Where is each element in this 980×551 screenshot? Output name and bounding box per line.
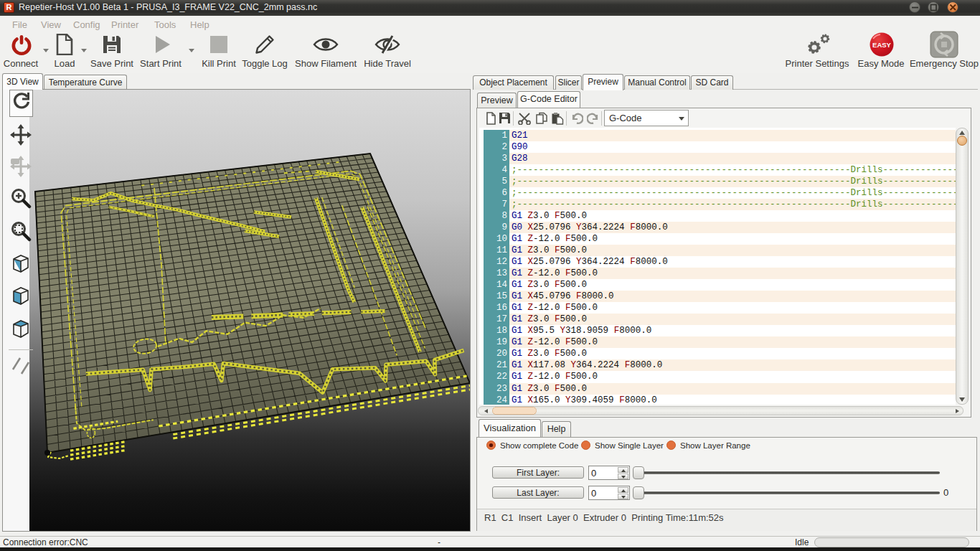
svg-text:EASY: EASY xyxy=(872,41,892,49)
